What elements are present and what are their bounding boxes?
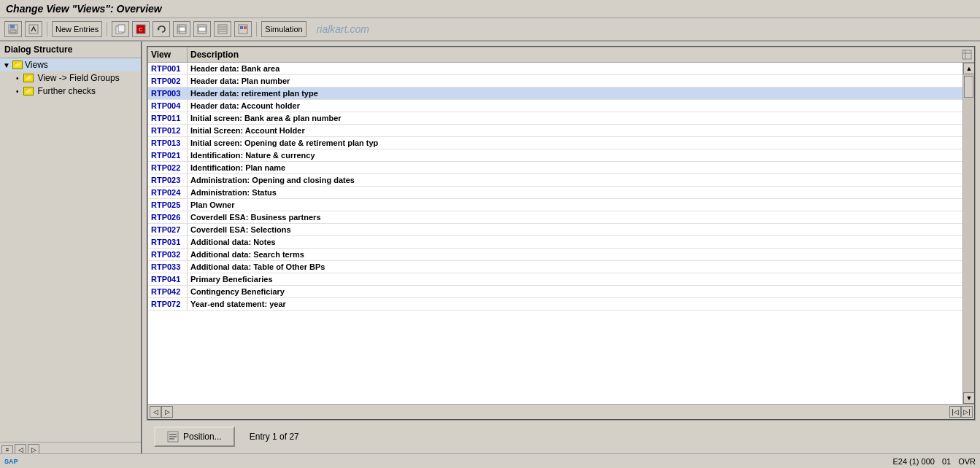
table-row[interactable]: RTP011 Initial screen: Bank area & plan …: [148, 112, 962, 125]
dialog-structure-header: Dialog Structure: [0, 42, 141, 58]
row-view-rtp027: RTP027: [148, 224, 188, 235]
table-container: RTP001 Header data: Bank area RTP002 Hea…: [148, 63, 974, 404]
horizontal-scroll-bar[interactable]: ◁ ▷ |◁ ▷|: [148, 404, 974, 419]
vertical-scrollbar[interactable]: ▲ ▼: [962, 63, 974, 404]
row-view-rtp011: RTP011: [148, 112, 188, 124]
simulation-button[interactable]: Simulation: [261, 21, 306, 37]
table-row[interactable]: RTP072 Year-end statement: year: [148, 298, 962, 311]
table-settings-icon[interactable]: [960, 48, 974, 61]
toolbar: New Entries C Simulation rialkart.com: [0, 18, 980, 42]
svg-rect-5: [118, 25, 125, 32]
save-button[interactable]: [4, 21, 22, 37]
row-view-rtp031: RTP031: [148, 236, 188, 248]
table-row[interactable]: RTP021 Identification: Nature & currency: [148, 149, 962, 162]
nav2-button[interactable]: [193, 21, 211, 37]
bottom-area: Position... Entry 1 of 27: [147, 421, 976, 453]
row-view-rtp041: RTP041: [148, 273, 188, 285]
entry-info: Entry 1 of 27: [250, 432, 299, 442]
row-desc-rtp033: Additional data: Table of Other BPs: [188, 261, 962, 273]
scrollbar-thumb[interactable]: [964, 76, 973, 98]
position-icon: [167, 431, 179, 442]
sidebar-item-label-views: Views: [25, 60, 48, 70]
scroll-up-button[interactable]: ▲: [963, 63, 974, 74]
row-view-rtp022: RTP022: [148, 162, 188, 173]
scroll-far-left-button[interactable]: |◁: [949, 406, 961, 418]
new-entries-button[interactable]: New Entries: [52, 21, 102, 37]
copy2-button[interactable]: C: [132, 21, 150, 37]
watermark-text: rialkart.com: [317, 23, 369, 35]
row-desc-rtp025: Plan Owner: [188, 199, 962, 211]
folder-icon-fc: 📁: [23, 87, 34, 95]
row-desc-rtp041: Primary Beneficiaries: [188, 273, 962, 285]
scrollbar-track[interactable]: [963, 74, 974, 392]
table-row[interactable]: RTP041 Primary Beneficiaries: [148, 273, 962, 286]
table-row[interactable]: RTP004 Header data: Account holder: [148, 100, 962, 112]
svg-rect-20: [244, 26, 247, 29]
row-view-rtp042: RTP042: [148, 286, 188, 297]
sidebar-item-views[interactable]: ▼ 📁 Views: [0, 58, 141, 71]
svg-text:C: C: [139, 26, 143, 33]
row-desc-rtp042: Contingency Beneficiary: [188, 286, 962, 297]
right-panel: View Description: [142, 42, 980, 457]
separator-2: [107, 22, 107, 36]
page-title: Change View "Views": Overview: [6, 3, 162, 15]
row-view-rtp032: RTP032: [148, 249, 188, 260]
sidebar-item-label-fc: Further checks: [38, 86, 96, 96]
copy-button[interactable]: [112, 21, 129, 37]
scroll-far-right-button[interactable]: ▷|: [961, 406, 973, 418]
row-desc-rtp021: Identification: Nature & currency: [188, 149, 962, 161]
row-desc-rtp032: Additional data: Search terms: [188, 249, 962, 260]
sap-logo: SAP: [4, 458, 18, 465]
nav4-button[interactable]: [234, 21, 252, 37]
views-table: View Description: [147, 46, 976, 421]
separator-1: [47, 22, 47, 36]
sidebar-item-label-vfg: View -> Field Groups: [38, 73, 120, 83]
row-view-rtp025: RTP025: [148, 199, 188, 211]
expand-icon-views: ▼: [3, 61, 10, 69]
row-desc-rtp011: Initial screen: Bank area & plan number: [188, 112, 962, 124]
col-header-description: Description: [188, 47, 960, 62]
separator-3: [256, 22, 257, 36]
row-desc-rtp022: Identification: Plan name: [188, 162, 962, 173]
scroll-down-button[interactable]: ▼: [963, 392, 974, 404]
table-row[interactable]: RTP026 Coverdell ESA: Business partners: [148, 211, 962, 224]
row-view-rtp026: RTP026: [148, 211, 188, 223]
table-header: View Description: [148, 47, 974, 63]
row-desc-rtp012: Initial Screen: Account Holder: [188, 125, 962, 136]
nav3-button[interactable]: [214, 21, 231, 37]
position-button[interactable]: Position...: [154, 426, 235, 447]
row-view-rtp024: RTP024: [148, 187, 188, 198]
row-view-rtp072: RTP072: [148, 298, 188, 310]
nav1-button[interactable]: [173, 21, 190, 37]
table-row[interactable]: RTP031 Additional data: Notes: [148, 236, 962, 249]
table-row[interactable]: RTP032 Additional data: Search terms: [148, 249, 962, 261]
sidebar-item-further-checks[interactable]: • 📁 Further checks: [0, 85, 141, 98]
svg-rect-1: [10, 25, 15, 28]
row-desc-rtp072: Year-end statement: year: [188, 298, 962, 310]
sidebar-item-view-field-groups[interactable]: • 📁 View -> Field Groups: [0, 71, 141, 85]
table-row[interactable]: RTP012 Initial Screen: Account Holder: [148, 125, 962, 137]
table-row[interactable]: RTP024 Administration: Status: [148, 187, 962, 199]
table-row[interactable]: RTP013 Initial screen: Opening date & re…: [148, 137, 962, 149]
row-view-rtp012: RTP012: [148, 125, 188, 136]
table-row[interactable]: RTP003 Header data: retirement plan type: [148, 87, 962, 100]
table-row[interactable]: RTP001 Header data: Bank area: [148, 63, 962, 75]
table-row[interactable]: RTP025 Plan Owner: [148, 199, 962, 211]
row-desc-rtp004: Header data: Account holder: [188, 100, 962, 112]
undo-button[interactable]: [153, 21, 170, 37]
col-header-view: View: [148, 47, 188, 62]
table-row[interactable]: RTP033 Additional data: Table of Other B…: [148, 261, 962, 273]
table-row[interactable]: RTP042 Contingency Beneficiary: [148, 286, 962, 298]
row-view-rtp002: RTP002: [148, 75, 188, 87]
table-row[interactable]: RTP022 Identification: Plan name: [148, 162, 962, 174]
table-row[interactable]: RTP023 Administration: Opening and closi…: [148, 174, 962, 187]
scroll-right-button[interactable]: ▷: [161, 406, 173, 418]
left-panel: Dialog Structure ▼ 📁 Views • 📁 View -> F…: [0, 42, 142, 457]
svg-rect-21: [962, 50, 971, 59]
svg-rect-2: [10, 30, 16, 33]
shortcut-button[interactable]: [25, 21, 42, 37]
svg-rect-19: [240, 26, 243, 29]
scroll-left-button[interactable]: ◁: [150, 406, 161, 418]
table-row[interactable]: RTP002 Header data: Plan number: [148, 75, 962, 87]
table-row[interactable]: RTP027 Coverdell ESA: Selections: [148, 224, 962, 236]
